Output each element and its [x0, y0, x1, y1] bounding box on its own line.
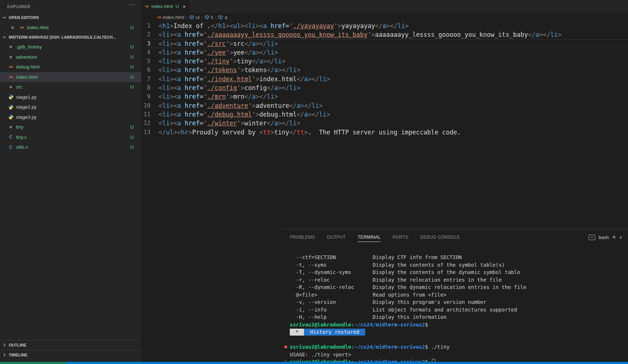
file-row[interactable]: <>index.htmlU — [0, 72, 141, 82]
line-number: 12 — [141, 119, 159, 128]
file-name: stage2.py — [16, 104, 134, 110]
html-file-icon: <> — [19, 25, 25, 30]
python-file-icon — [8, 94, 14, 99]
line-number: 10 — [141, 101, 159, 110]
file-row[interactable]: <>debug.htmlU — [0, 62, 141, 72]
close-icon[interactable]: × — [11, 24, 15, 31]
chevron-right-icon — [1, 342, 7, 348]
open-editor-item[interactable]: ×<>index.htmlU — [0, 22, 141, 32]
code-line-text: <li><a href='./debug.html'>debug.html</a… — [159, 110, 330, 119]
code-line-text: <li><a href='./aaaaaaayy_lessss_gooooo_y… — [159, 30, 562, 39]
git-badge: U — [130, 25, 134, 30]
panel-tab-debug-console[interactable]: DEBUG CONSOLE — [420, 232, 460, 242]
html-file-icon: <> — [8, 75, 14, 79]
editor-area: <> index.html U × <>index.html›ul›li›a 1… — [141, 0, 628, 362]
terminal-line: ssrivas2@labradoodle:~/cs24/midterm-ssri… — [290, 321, 628, 329]
terminal-line — [290, 336, 628, 344]
text-file-icon: ≡ — [8, 125, 14, 129]
line-number: 11 — [141, 110, 159, 119]
prompt-path: ~/cs24/midterm-ssrivas2 — [354, 344, 425, 350]
line-number: 4 — [141, 48, 159, 57]
code-line: 3<li><a href='./src'>src</a></li> — [141, 39, 628, 48]
file-row[interactable]: ≡srcU — [0, 82, 141, 92]
terminal-line: -i, --info List object formats and archi… — [290, 306, 628, 314]
file-name: debug.html — [16, 64, 130, 70]
panel-tab-output[interactable]: OUTPUT — [327, 232, 346, 242]
terminal-line: USAGE: ./tiny <port> — [290, 351, 628, 359]
new-terminal-button[interactable]: + — [612, 234, 616, 241]
timeline-section-header[interactable]: TIMELINE — [0, 350, 141, 360]
terminal-line: -R, --dynamic-reloc Display the dynamic … — [290, 283, 628, 291]
breadcrumb-item[interactable]: li — [204, 15, 213, 20]
breadcrumb-separator: › — [186, 15, 188, 19]
file-row[interactable]: ≡tinyU — [0, 122, 141, 132]
python-file-icon — [8, 114, 14, 120]
status-bar — [0, 362, 628, 364]
git-badge: U — [176, 4, 179, 9]
terminal-controls: > bash + ∨ — [589, 234, 622, 241]
tab-index-html[interactable]: <> index.html U × — [141, 0, 190, 13]
file-name: utils.c — [16, 144, 130, 150]
code-line-text: <li><a href='./index.html'>index.html</a… — [159, 75, 330, 83]
line-number: 7 — [141, 75, 159, 83]
shell-name[interactable]: bash — [598, 235, 609, 240]
command-failed-icon[interactable] — [284, 345, 287, 348]
breadcrumb-label: li — [211, 15, 213, 20]
terminal-icon: > — [589, 235, 595, 240]
panel-tab-terminal[interactable]: TERMINAL — [358, 232, 381, 242]
line-number: 6 — [141, 66, 159, 74]
status-bar-main — [66, 362, 628, 364]
terminal-line: -T, --dynamic-syms Display the contents … — [290, 269, 628, 276]
terminal-dropdown-icon[interactable]: ∨ — [619, 235, 622, 240]
explorer-title-bar: EXPLORER ··· — [0, 0, 141, 13]
prompt-user-host: ssrivas2@labradoodle — [290, 344, 351, 350]
panel-tab-problems[interactable]: PROBLEMS — [290, 232, 315, 242]
file-name: index.html — [16, 74, 130, 80]
panel-tab-ports[interactable]: PORTS — [393, 232, 408, 242]
line-number: 9 — [141, 92, 159, 101]
breadcrumb-item[interactable]: a — [218, 15, 227, 20]
c-file-icon: C — [8, 145, 14, 150]
file-row[interactable]: stage2.py — [0, 102, 141, 112]
breadcrumb-item[interactable]: ul — [189, 15, 199, 20]
editor-tab-bar: <> index.html U × — [141, 0, 628, 13]
sidebar-bottom-sections: OUTLINE TIMELINE — [0, 340, 141, 360]
remote-status-segment[interactable] — [0, 362, 66, 364]
tab-label: index.html — [151, 4, 173, 9]
code-editor[interactable]: 1<h1>Index of .</h1><ul><li><a href='./y… — [141, 21, 628, 229]
code-line: 1<h1>Index of .</h1><ul><li><a href='./y… — [141, 21, 628, 30]
panel-header: PROBLEMSOUTPUTTERMINALPORTSDEBUG CONSOLE… — [282, 229, 628, 245]
outline-section-header[interactable]: OUTLINE — [0, 340, 141, 350]
file-row[interactable]: Cutils.cU — [0, 142, 141, 152]
file-name: index.html — [27, 25, 130, 30]
text-file-icon: ≡ — [8, 55, 14, 59]
file-name: adventure — [16, 54, 130, 60]
terminal-output[interactable]: --ctf=SECTION Display CTF info from SECT… — [290, 245, 628, 360]
file-name: stage1.py — [16, 94, 134, 100]
git-badge: U — [130, 134, 134, 140]
breadcrumb-label: index.html — [163, 15, 184, 20]
symbol-cube-icon — [189, 15, 194, 20]
file-name: stage3.py — [16, 114, 134, 120]
close-icon[interactable]: × — [183, 3, 186, 9]
more-actions-icon[interactable]: ··· — [128, 1, 135, 8]
terminal-line: * History restored — [290, 328, 628, 336]
git-badge: U — [130, 124, 134, 130]
chevron-down-icon — [1, 15, 7, 20]
breadcrumb-item[interactable]: <>index.html — [157, 15, 184, 20]
terminal-line: --ctf=SECTION Display CTF info from SECT… — [290, 254, 628, 261]
html-file-icon: <> — [8, 64, 14, 69]
workspace-label: MIDTERM-SSRIVAS2 [SSH: LABRADOODLE.CALTE… — [9, 35, 116, 39]
file-row[interactable]: stage3.py — [0, 112, 141, 122]
file-row[interactable]: ≡.gdb_historyU — [0, 42, 141, 52]
file-row[interactable]: Ctiny.cU — [0, 132, 141, 142]
breadcrumb-separator: › — [215, 15, 217, 19]
git-badge: U — [130, 54, 134, 60]
code-line: 10<li><a href='./adventure'>adventure</a… — [141, 101, 628, 110]
file-row[interactable]: stage1.py — [0, 92, 141, 102]
file-name: .gdb_history — [16, 44, 130, 50]
terminal-line: -H, --help Display this information — [290, 313, 628, 321]
workspace-header[interactable]: MIDTERM-SSRIVAS2 [SSH: LABRADOODLE.CALTE… — [0, 32, 141, 42]
open-editors-header[interactable]: OPEN EDITORS — [0, 13, 141, 22]
file-row[interactable]: ≡adventureU — [0, 52, 141, 62]
